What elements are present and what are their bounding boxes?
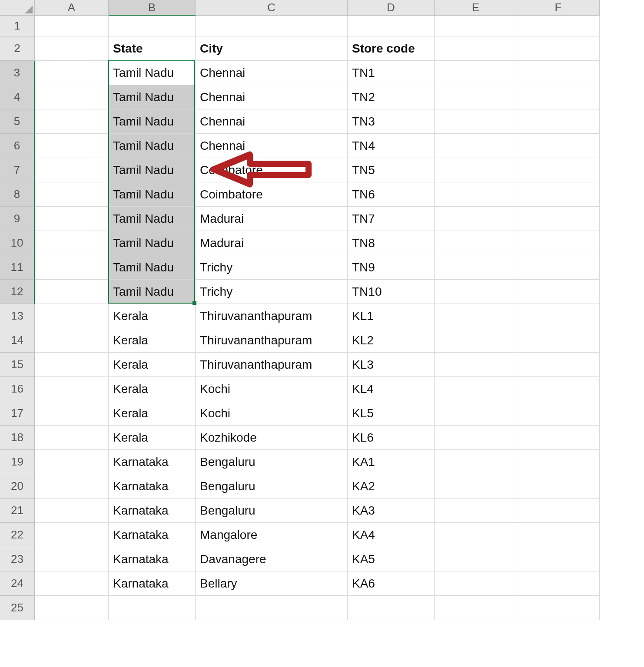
cell[interactable] xyxy=(348,16,435,36)
cell[interactable] xyxy=(435,547,517,571)
cell[interactable] xyxy=(435,377,517,401)
cell[interactable] xyxy=(35,596,109,620)
cell[interactable] xyxy=(35,547,109,571)
cell-code[interactable]: KL4 xyxy=(348,377,435,401)
cell[interactable] xyxy=(435,499,517,523)
col-header-A[interactable]: A xyxy=(35,0,109,16)
cell[interactable] xyxy=(35,377,109,401)
cell-city[interactable]: Mangalore xyxy=(196,523,348,547)
cell-state[interactable]: Tamil Nadu xyxy=(109,182,196,207)
cell[interactable] xyxy=(517,231,600,255)
cell[interactable] xyxy=(517,304,600,328)
row-header[interactable]: 21 xyxy=(0,499,35,523)
row-header[interactable]: 11 xyxy=(0,255,35,280)
cell[interactable] xyxy=(35,280,109,304)
cell-code[interactable]: TN2 xyxy=(348,85,435,109)
cell-state[interactable]: Tamil Nadu xyxy=(109,134,196,158)
row-header[interactable]: 10 xyxy=(0,231,35,255)
cell[interactable] xyxy=(517,571,600,596)
row-header[interactable]: 3 xyxy=(0,61,35,85)
cell-code[interactable]: KA2 xyxy=(348,474,435,499)
cell-state[interactable]: Tamil Nadu xyxy=(109,61,196,85)
cell[interactable] xyxy=(35,255,109,280)
cell[interactable] xyxy=(35,353,109,377)
cell[interactable] xyxy=(35,523,109,547)
col-header-D[interactable]: D xyxy=(348,0,435,16)
cell[interactable] xyxy=(35,158,109,182)
cell-city[interactable]: Thiruvananthapuram xyxy=(196,328,348,353)
cell[interactable] xyxy=(435,207,517,231)
cell-state[interactable]: Kerala xyxy=(109,353,196,377)
select-all-corner[interactable] xyxy=(0,0,35,16)
cell-code[interactable]: KA3 xyxy=(348,499,435,523)
row-header[interactable]: 2 xyxy=(0,36,35,61)
cell-city[interactable]: Thiruvananthapuram xyxy=(196,353,348,377)
cell-city[interactable]: Chennai xyxy=(196,109,348,134)
col-header-B[interactable]: B xyxy=(109,0,196,16)
cell[interactable] xyxy=(435,426,517,450)
cell-state[interactable]: Tamil Nadu xyxy=(109,85,196,109)
cell-code[interactable]: TN8 xyxy=(348,231,435,255)
row-header[interactable]: 1 xyxy=(0,16,35,36)
cell-code[interactable]: KA6 xyxy=(348,571,435,596)
cell[interactable] xyxy=(517,547,600,571)
cell-code[interactable]: TN1 xyxy=(348,61,435,85)
cell-state[interactable]: Karnataka xyxy=(109,499,196,523)
header-state[interactable]: State xyxy=(109,36,196,61)
cell[interactable] xyxy=(35,134,109,158)
cell-state[interactable]: Kerala xyxy=(109,426,196,450)
cell-code[interactable]: KL1 xyxy=(348,304,435,328)
cell[interactable] xyxy=(517,353,600,377)
cell[interactable] xyxy=(435,158,517,182)
row-header[interactable]: 13 xyxy=(0,304,35,328)
cell-city[interactable]: Madurai xyxy=(196,207,348,231)
row-header[interactable]: 22 xyxy=(0,523,35,547)
cell-city[interactable]: Chennai xyxy=(196,61,348,85)
cell[interactable] xyxy=(435,450,517,474)
cell-code[interactable]: KL2 xyxy=(348,328,435,353)
cell[interactable] xyxy=(517,207,600,231)
cell-code[interactable]: KA1 xyxy=(348,450,435,474)
cell[interactable] xyxy=(517,255,600,280)
cell[interactable] xyxy=(35,16,109,36)
cell[interactable] xyxy=(517,182,600,207)
cell-city[interactable]: Chennai xyxy=(196,134,348,158)
cell-code[interactable]: TN4 xyxy=(348,134,435,158)
cell[interactable] xyxy=(435,16,517,36)
cell-city[interactable]: Coimbatore xyxy=(196,182,348,207)
cell[interactable] xyxy=(435,182,517,207)
cell-state[interactable]: Kerala xyxy=(109,328,196,353)
cell[interactable] xyxy=(196,596,348,620)
cell-city[interactable]: Coimbatore xyxy=(196,158,348,182)
col-header-E[interactable]: E xyxy=(435,0,517,16)
col-header-C[interactable]: C xyxy=(196,0,348,16)
row-header[interactable]: 18 xyxy=(0,426,35,450)
header-store-code[interactable]: Store code xyxy=(348,36,435,61)
cell-code[interactable]: TN7 xyxy=(348,207,435,231)
cell-code[interactable]: KL3 xyxy=(348,353,435,377)
row-header[interactable]: 7 xyxy=(0,158,35,182)
spreadsheet-grid[interactable]: A B C D E F 1 2 State City Store code 3 … xyxy=(0,0,644,620)
cell-city[interactable]: Chennai xyxy=(196,85,348,109)
cell-city[interactable]: Bengaluru xyxy=(196,450,348,474)
cell-code[interactable]: KL5 xyxy=(348,401,435,426)
cell-city[interactable]: Madurai xyxy=(196,231,348,255)
row-header[interactable]: 20 xyxy=(0,474,35,499)
cell[interactable] xyxy=(517,85,600,109)
cell[interactable] xyxy=(517,474,600,499)
cell-city[interactable]: Bengaluru xyxy=(196,499,348,523)
cell[interactable] xyxy=(435,61,517,85)
cell[interactable] xyxy=(435,85,517,109)
row-header[interactable]: 17 xyxy=(0,401,35,426)
cell-code[interactable]: TN5 xyxy=(348,158,435,182)
cell[interactable] xyxy=(517,596,600,620)
row-header[interactable]: 19 xyxy=(0,450,35,474)
cell-state[interactable]: Tamil Nadu xyxy=(109,255,196,280)
cell[interactable] xyxy=(35,328,109,353)
cell-state[interactable]: Tamil Nadu xyxy=(109,158,196,182)
cell[interactable] xyxy=(35,36,109,61)
cell[interactable] xyxy=(35,85,109,109)
cell[interactable] xyxy=(517,450,600,474)
cell[interactable] xyxy=(435,596,517,620)
row-header[interactable]: 4 xyxy=(0,85,35,109)
